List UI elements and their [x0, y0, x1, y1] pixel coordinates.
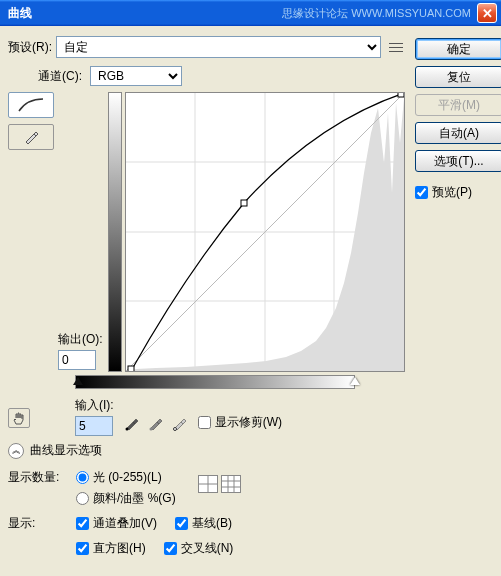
auto-button[interactable]: 自动(A) — [415, 122, 501, 144]
preset-menu-icon[interactable] — [387, 38, 405, 56]
intersection-checkbox[interactable]: 交叉线(N) — [164, 540, 234, 557]
display-options-label: 曲线显示选项 — [30, 442, 102, 459]
show-label: 显示: — [8, 515, 68, 532]
preset-select[interactable]: 自定 — [56, 36, 381, 58]
baseline-checkbox[interactable]: 基线(B) — [175, 515, 232, 532]
pencil-tool-button[interactable] — [8, 124, 54, 150]
smooth-button[interactable]: 平滑(M) — [415, 94, 501, 116]
preset-row: 预设(R): 自定 — [8, 36, 405, 58]
light-radio[interactable]: 光 (0-255)(L) — [76, 469, 176, 486]
show-amount-label: 显示数量: — [8, 469, 68, 486]
eyedropper-gray-icon[interactable] — [148, 415, 164, 431]
dialog-content: 预设(R): 自定 通道(C): RGB 输出(O — [0, 26, 501, 576]
horizontal-gradient — [75, 375, 355, 389]
vertical-gradient — [108, 92, 122, 372]
grid-simple-icon[interactable] — [198, 475, 218, 493]
curve-tool-button[interactable] — [8, 92, 54, 118]
hand-tool-button[interactable] — [8, 408, 30, 428]
eyedropper-black-icon[interactable] — [124, 415, 140, 431]
watermark-text: 思缘设计论坛 WWW.MISSYUAN.COM — [282, 6, 471, 21]
preset-label: 预设(R): — [8, 39, 52, 56]
grid-detailed-icon[interactable] — [221, 475, 241, 493]
show-amount-row: 显示数量: 光 (0-255)(L) 颜料/油墨 %(G) — [8, 469, 405, 511]
black-point-slider[interactable] — [73, 377, 83, 385]
curve-graph[interactable] — [125, 92, 405, 372]
output-input[interactable] — [58, 350, 96, 370]
svg-rect-8 — [128, 366, 134, 371]
channel-overlay-checkbox[interactable]: 通道叠加(V) — [76, 515, 157, 532]
show-clipping-checkbox[interactable]: 显示修剪(W) — [198, 414, 282, 431]
ok-button[interactable]: 确定 — [415, 38, 501, 60]
titlebar: 曲线 思缘设计论坛 WWW.MISSYUAN.COM ✕ — [0, 0, 501, 26]
preview-checkbox[interactable]: 预览(P) — [415, 184, 501, 201]
svg-rect-10 — [398, 93, 404, 97]
graph-area: 输出(O): — [8, 92, 405, 372]
eyedropper-group — [124, 415, 188, 431]
channel-row: 通道(C): RGB — [8, 66, 405, 86]
channel-select[interactable]: RGB — [90, 66, 182, 86]
curve-display-options-header: ︽ 曲线显示选项 — [8, 442, 405, 459]
window-title: 曲线 — [4, 5, 282, 22]
output-label: 输出(O): — [58, 331, 108, 348]
histogram-checkbox[interactable]: 直方图(H) — [76, 540, 146, 557]
channel-label: 通道(C): — [38, 68, 82, 85]
svg-point-13 — [173, 427, 176, 430]
input-label: 输入(I): — [75, 397, 114, 414]
cancel-button[interactable]: 复位 — [415, 66, 501, 88]
eyedropper-white-icon[interactable] — [172, 415, 188, 431]
input-input[interactable] — [75, 416, 113, 436]
svg-point-11 — [125, 427, 128, 430]
white-point-slider[interactable] — [350, 377, 360, 385]
pigment-radio[interactable]: 颜料/油墨 %(G) — [76, 490, 176, 507]
expand-toggle-icon[interactable]: ︽ — [8, 443, 24, 459]
close-button[interactable]: ✕ — [477, 3, 497, 23]
svg-rect-9 — [241, 200, 247, 206]
options-button[interactable]: 选项(T)... — [415, 150, 501, 172]
show-row: 显示: 通道叠加(V) 基线(B) 直方图(H) 交叉线(N) — [8, 515, 405, 557]
svg-point-12 — [149, 427, 152, 430]
